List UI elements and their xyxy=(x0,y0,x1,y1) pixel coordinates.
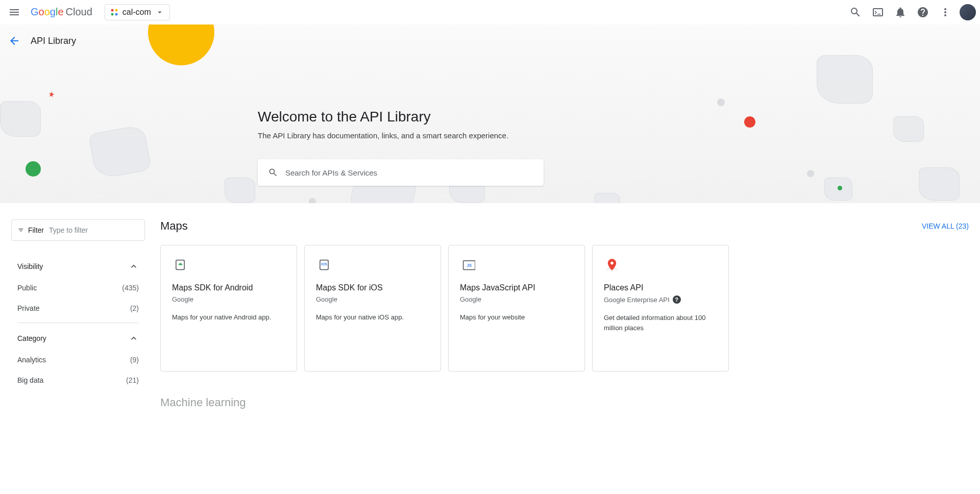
filter-item-bigdata[interactable]: Big data (21) xyxy=(11,370,145,390)
ios-icon: iOS xyxy=(316,257,332,273)
hero-title: Welcome to the API Library xyxy=(258,109,544,125)
menu-icon xyxy=(8,6,20,18)
card-desc: Maps for your native Android app. xyxy=(172,312,285,323)
api-card-maps-js[interactable]: JS Maps JavaScript API Google Maps for y… xyxy=(448,245,585,372)
search-icon xyxy=(268,167,278,178)
card-desc: Maps for your native iOS app. xyxy=(316,312,429,323)
filter-item-private[interactable]: Private (2) xyxy=(11,298,145,318)
card-title: Maps JavaScript API xyxy=(460,283,573,292)
page-title: API Library xyxy=(31,36,76,46)
card-provider: Google Enterprise API ? xyxy=(604,295,717,304)
svg-text:JS: JS xyxy=(467,263,472,268)
account-avatar[interactable] xyxy=(960,4,976,20)
svg-point-4 xyxy=(179,264,180,264)
filter-group-visibility[interactable]: Visibility xyxy=(11,255,145,278)
filter-group-category[interactable]: Category xyxy=(11,327,145,350)
filter-label: Filter xyxy=(28,226,44,234)
filter-box[interactable]: Filter xyxy=(11,219,145,241)
search-input[interactable] xyxy=(285,168,533,177)
card-title: Maps SDK for Android xyxy=(172,283,285,292)
enterprise-help-badge[interactable]: ? xyxy=(673,295,681,304)
project-selector[interactable]: cal-com xyxy=(105,4,170,20)
help-button[interactable] xyxy=(913,2,933,22)
filter-icon xyxy=(18,225,24,235)
chevron-up-icon xyxy=(129,261,139,271)
places-icon xyxy=(604,257,620,273)
hamburger-menu[interactable] xyxy=(4,2,24,22)
bell-icon xyxy=(894,6,906,18)
svg-point-0 xyxy=(111,9,113,11)
api-card-maps-ios[interactable]: iOS Maps SDK for iOS Google Maps for you… xyxy=(304,245,441,372)
filter-item-analytics[interactable]: Analytics (9) xyxy=(11,350,145,370)
filter-item-public[interactable]: Public (435) xyxy=(11,278,145,298)
hero-subtitle: The API Library has documentation, links… xyxy=(258,131,544,140)
hero-search-box[interactable] xyxy=(258,159,544,186)
section-title-maps: Maps xyxy=(160,219,188,233)
project-icon xyxy=(110,8,118,16)
android-icon xyxy=(172,257,188,273)
card-title: Maps SDK for iOS xyxy=(316,283,429,292)
chevron-up-icon xyxy=(129,333,139,343)
dropdown-icon xyxy=(155,8,164,17)
search-icon xyxy=(849,6,862,18)
search-button[interactable] xyxy=(845,2,866,22)
card-provider: Google xyxy=(172,295,285,303)
svg-point-3 xyxy=(115,13,117,15)
project-name: cal-com xyxy=(122,8,151,17)
more-options-button[interactable] xyxy=(935,2,955,22)
back-button[interactable] xyxy=(4,31,24,51)
svg-point-2 xyxy=(111,13,113,15)
card-provider: Google xyxy=(316,295,429,303)
card-title: Places API xyxy=(604,283,717,292)
arrow-back-icon xyxy=(8,35,20,47)
card-provider: Google xyxy=(460,295,573,303)
notifications-button[interactable] xyxy=(890,2,911,22)
api-card-maps-android[interactable]: Maps SDK for Android Google Maps for you… xyxy=(160,245,297,372)
js-icon: JS xyxy=(460,257,476,273)
svg-point-5 xyxy=(181,264,182,264)
card-desc: Maps for your website xyxy=(460,312,573,323)
svg-point-1 xyxy=(115,9,117,11)
section-title-ml: Machine learning xyxy=(160,396,969,409)
more-icon xyxy=(939,6,951,18)
view-all-maps[interactable]: VIEW ALL (23) xyxy=(922,222,969,230)
terminal-icon xyxy=(872,6,884,18)
api-card-places[interactable]: Places API Google Enterprise API ? Get d… xyxy=(592,245,729,372)
help-icon xyxy=(917,6,929,18)
cloud-shell-button[interactable] xyxy=(868,2,888,22)
filter-input[interactable] xyxy=(49,226,138,234)
google-cloud-logo[interactable]: Google Cloud xyxy=(31,6,92,18)
card-desc: Get detailed information about 100 milli… xyxy=(604,313,717,333)
svg-text:iOS: iOS xyxy=(321,262,327,266)
